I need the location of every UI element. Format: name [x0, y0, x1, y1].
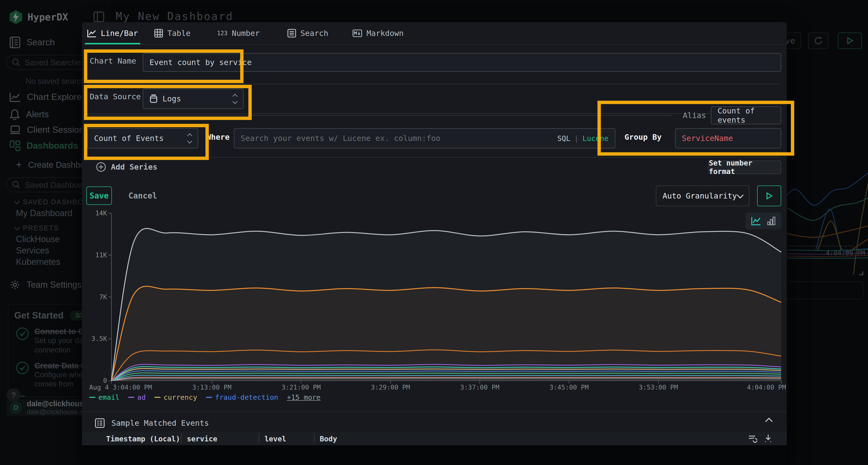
x-tick-label: Aug 4 3:04:00 PM — [89, 384, 152, 391]
x-tick-label: 3:29:00 PM — [371, 384, 410, 391]
cancel-button[interactable]: Cancel — [126, 187, 160, 205]
chart-name-label: Chart Name — [90, 56, 136, 66]
column-separator[interactable] — [314, 434, 315, 442]
x-tick-label: 3:13:00 PM — [192, 384, 231, 391]
tab-search[interactable]: Search — [287, 22, 329, 44]
alias-input[interactable]: Count of events — [711, 106, 781, 124]
divider — [82, 44, 787, 45]
line-chart-icon — [87, 29, 96, 37]
group-by-input[interactable]: ServiceName — [675, 128, 781, 148]
where-search-input[interactable]: Search your events w/ Lucene ex. column:… — [234, 128, 615, 148]
legend-label: ad — [137, 393, 146, 401]
legend-label: currency — [163, 393, 197, 401]
x-tick-label: 3:21:00 PM — [282, 384, 321, 391]
where-label: Where — [207, 133, 229, 142]
x-tick-label: 3:53:00 PM — [639, 384, 678, 391]
alias-rule — [87, 115, 673, 115]
legend-label: +15 more — [287, 393, 321, 401]
column-header[interactable]: Body — [320, 435, 337, 443]
markdown-icon — [352, 29, 362, 37]
alias-label: Alias — [683, 111, 706, 120]
granularity-select[interactable]: Auto Granularity — [656, 186, 749, 206]
download-icon[interactable] — [764, 434, 773, 443]
y-tick-label: 7K — [99, 293, 107, 301]
tab-table[interactable]: Table — [154, 22, 190, 44]
sql-mode-toggle[interactable]: SQL — [557, 134, 570, 143]
chart-legend[interactable]: emailadcurrencyfraud-detection+15 more — [89, 393, 321, 401]
lucene-mode-toggle[interactable]: Lucene — [583, 134, 609, 143]
events-table-body-clipped — [82, 445, 787, 465]
column-separator[interactable] — [258, 434, 259, 442]
legend-item[interactable]: ad — [128, 393, 146, 401]
column-header[interactable]: service — [187, 435, 217, 443]
select-chevrons-icon — [233, 94, 237, 103]
y-tick-label: 14K — [95, 209, 107, 217]
run-query-button[interactable] — [757, 186, 781, 206]
data-source-label: Data Source — [90, 92, 141, 101]
legend-label: email — [98, 393, 119, 401]
legend-item[interactable]: fraud-detection — [206, 393, 278, 401]
event-count-chart[interactable] — [112, 213, 781, 381]
save-button[interactable]: Save — [86, 187, 112, 205]
divider — [87, 84, 781, 84]
legend-item[interactable]: currency — [154, 393, 197, 401]
group-by-label: Group By — [624, 133, 661, 142]
data-source-select[interactable]: Logs — [143, 89, 244, 109]
legend-item[interactable]: +15 more — [287, 393, 321, 401]
legend-label: fraud-detection — [215, 393, 278, 401]
column-header[interactable]: level — [265, 435, 286, 443]
add-series-button[interactable]: Add Series — [96, 162, 157, 172]
table-icon — [154, 29, 163, 38]
y-tick-label: 11K — [95, 251, 107, 259]
select-chevrons-icon — [188, 134, 191, 143]
divider — [82, 411, 787, 412]
screenshot-root: HyperDX Search Saved Searches No saved s… — [0, 0, 868, 465]
number-123-icon: 123 — [217, 30, 227, 37]
tab-markdown[interactable]: Markdown — [352, 22, 404, 44]
legend-swatch — [206, 397, 212, 398]
filter-icon[interactable] — [748, 434, 757, 443]
set-number-format-button[interactable]: Set number format — [708, 161, 781, 174]
legend-swatch — [89, 397, 95, 398]
circle-plus-icon — [96, 162, 106, 172]
x-tick-label: 3:37:00 PM — [460, 384, 500, 391]
y-tick-label: 3.5K — [91, 335, 107, 342]
x-tick-label: 3:45:00 PM — [550, 384, 589, 391]
search-list-icon — [287, 29, 296, 38]
y-tick-label: 0 — [103, 377, 107, 384]
list-icon — [95, 418, 105, 428]
x-tick-label: 4:04:00 PM — [747, 384, 786, 391]
column-separator[interactable] — [181, 434, 182, 442]
sample-events-header[interactable]: Sample Matched Events — [95, 418, 209, 428]
chart-name-input[interactable]: Event count by service — [143, 53, 781, 72]
database-icon — [150, 94, 158, 103]
chevron-down-icon — [737, 192, 744, 199]
legend-swatch — [128, 397, 134, 398]
collapse-chevron-up-icon[interactable] — [766, 420, 772, 425]
divider — [87, 157, 781, 158]
column-header[interactable]: Timestamp (Local) — [106, 435, 180, 443]
tab-line-bar[interactable]: Line/Bar — [87, 22, 138, 44]
aggregation-select[interactable]: Count of Events — [87, 128, 198, 148]
play-icon — [765, 192, 773, 200]
legend-item[interactable]: email — [89, 393, 119, 401]
events-table-header: Timestamp (Local) service level Body — [82, 432, 787, 445]
legend-swatch — [154, 397, 161, 398]
divider — [87, 113, 781, 114]
where-placeholder: Search your events w/ Lucene ex. column:… — [241, 134, 440, 143]
edit-chart-modal: Line/Bar Table 123 Number Search Markdow… — [82, 22, 787, 465]
tab-number[interactable]: 123 Number — [217, 22, 260, 44]
